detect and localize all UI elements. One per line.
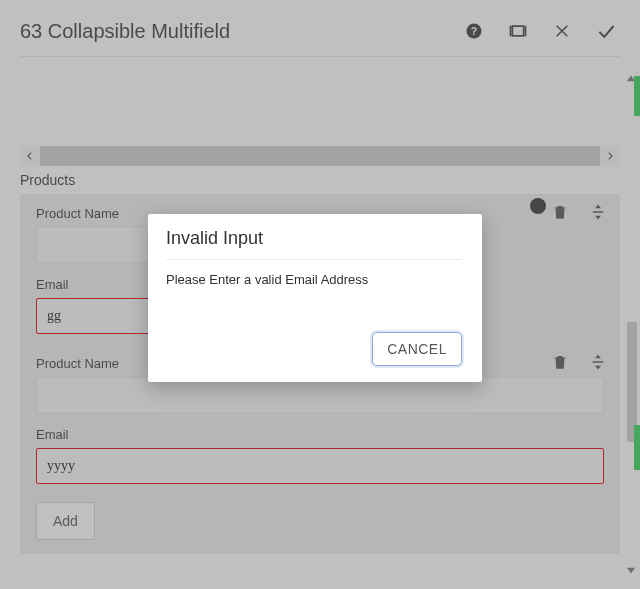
dialog-divider (166, 259, 462, 260)
dialog-message: Please Enter a valid Email Address (166, 272, 462, 326)
cancel-button[interactable]: CANCEL (372, 332, 462, 366)
dialog-title: Invalid Input (166, 228, 462, 259)
error-dialog: Invalid Input Please Enter a valid Email… (148, 214, 482, 382)
dialog-actions: CANCEL (166, 326, 462, 366)
